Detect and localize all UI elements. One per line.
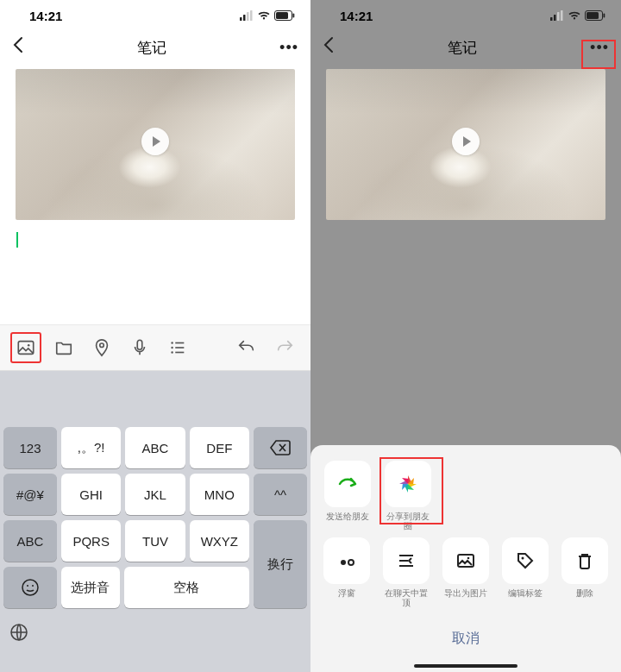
action-sheet: 发送给朋友	[310, 445, 621, 672]
svg-rect-2	[247, 12, 249, 21]
key-smiley[interactable]	[3, 567, 57, 608]
svg-point-19	[32, 585, 34, 587]
signal-icon	[550, 10, 564, 21]
key-abc-mode[interactable]: ABC	[3, 520, 57, 562]
sheet-item-delete[interactable]: 删除	[560, 537, 609, 607]
svg-point-18	[27, 585, 28, 587]
key-select-pinyin[interactable]: 选拼音	[61, 567, 120, 608]
svg-point-29	[348, 560, 354, 565]
page-title-r: 笔记	[335, 38, 590, 58]
redo-icon[interactable]	[269, 332, 300, 363]
svg-rect-24	[561, 10, 563, 21]
key-punct[interactable]: ,。?!	[61, 427, 121, 468]
play-icon	[452, 128, 480, 155]
sheet-row-1: 发送给朋友	[310, 461, 621, 531]
svg-point-8	[28, 344, 30, 347]
trash-icon	[574, 550, 595, 571]
keyboard: 123 ,。?! ABC DEF #@¥ GHI JKL MNO ^^ ABC …	[0, 371, 310, 672]
screen-right: 14:21 笔记 ••• 发送给朋友	[310, 0, 621, 672]
svg-rect-23	[557, 12, 560, 21]
svg-point-9	[100, 343, 104, 348]
svg-rect-10	[137, 340, 142, 349]
status-time-r: 14:21	[340, 9, 373, 23]
back-button-r[interactable]	[323, 36, 335, 59]
svg-rect-3	[250, 10, 253, 21]
mic-icon[interactable]	[124, 332, 155, 363]
note-content-r	[310, 69, 621, 220]
sheet-item-share-friend[interactable]: 发送给朋友	[323, 461, 373, 531]
status-time: 14:21	[29, 9, 62, 23]
sheet-item-edit-tag[interactable]: 编辑标签	[500, 537, 549, 607]
location-icon[interactable]	[86, 332, 117, 363]
key-ghi[interactable]: GHI	[61, 474, 121, 515]
play-icon	[141, 128, 169, 155]
nav-bar: 笔记 •••	[0, 28, 310, 69]
key-backspace[interactable]	[254, 427, 307, 468]
svg-rect-27	[604, 14, 605, 18]
note-content	[0, 69, 310, 248]
undo-icon[interactable]	[231, 332, 262, 363]
svg-point-28	[341, 560, 346, 565]
folder-icon[interactable]	[48, 332, 79, 363]
text-cursor	[16, 232, 18, 248]
screen-left: 14:21 笔记 •••	[0, 0, 310, 672]
svg-point-35	[521, 557, 524, 560]
key-def[interactable]: DEF	[190, 427, 249, 468]
list-icon[interactable]	[162, 332, 193, 363]
globe-icon[interactable]	[9, 622, 29, 646]
pin-icon	[396, 550, 417, 571]
key-mno[interactable]: MNO	[190, 474, 249, 515]
key-return[interactable]: 换行	[254, 520, 307, 608]
status-bar: 14:21	[0, 0, 310, 28]
signal-icon	[240, 10, 254, 21]
sheet-item-float[interactable]: 浮窗	[323, 537, 372, 607]
svg-point-12	[171, 347, 172, 349]
status-indicators-r	[550, 10, 605, 21]
svg-rect-5	[276, 12, 288, 19]
image-icon[interactable]	[10, 332, 41, 363]
video-thumbnail[interactable]	[16, 69, 295, 220]
key-wxyz[interactable]: WXYZ	[190, 520, 249, 562]
key-tuv[interactable]: TUV	[125, 520, 185, 562]
key-caret[interactable]: ^^	[254, 474, 307, 515]
key-abc[interactable]: ABC	[125, 427, 185, 468]
key-symbols[interactable]: #@¥	[3, 474, 57, 515]
float-icon	[336, 550, 357, 571]
status-indicators	[240, 10, 295, 21]
svg-point-11	[171, 342, 172, 343]
editor-toolbar	[0, 324, 310, 371]
svg-rect-6	[293, 14, 295, 18]
battery-icon	[274, 10, 295, 21]
video-thumbnail-r[interactable]	[326, 69, 605, 220]
svg-rect-22	[554, 15, 556, 21]
page-title: 笔记	[24, 38, 279, 58]
sheet-cancel[interactable]: 取消	[310, 618, 621, 648]
sheet-item-export[interactable]: 导出为图片	[442, 537, 491, 607]
svg-rect-0	[240, 17, 242, 21]
share-friend-icon	[336, 472, 360, 496]
home-indicator	[414, 664, 518, 668]
highlight-moments	[380, 457, 443, 524]
tag-icon	[515, 550, 536, 571]
sheet-item-pin[interactable]: 在聊天中置顶	[382, 537, 431, 607]
sheet-row-2: 浮窗 在聊天中置顶 导出为图片 编辑标签 删除	[310, 537, 621, 607]
svg-rect-26	[586, 12, 599, 19]
svg-point-13	[171, 351, 172, 353]
status-bar-r: 14:21	[310, 0, 621, 28]
svg-point-34	[467, 557, 470, 560]
key-space[interactable]: 空格	[124, 567, 249, 608]
key-pqrs[interactable]: PQRS	[61, 520, 121, 562]
wifi-icon	[257, 10, 271, 21]
svg-rect-1	[243, 15, 246, 21]
back-button[interactable]	[12, 36, 24, 59]
svg-point-17	[22, 580, 38, 595]
key-123[interactable]: 123	[3, 427, 57, 468]
backspace-icon	[270, 440, 291, 455]
export-image-icon	[455, 550, 476, 571]
svg-rect-21	[550, 17, 553, 21]
nav-bar-r: 笔记 •••	[310, 28, 621, 69]
battery-icon	[585, 10, 605, 21]
key-jkl[interactable]: JKL	[125, 474, 185, 515]
more-button-r[interactable]: •••	[590, 39, 609, 57]
more-button[interactable]: •••	[279, 39, 298, 57]
